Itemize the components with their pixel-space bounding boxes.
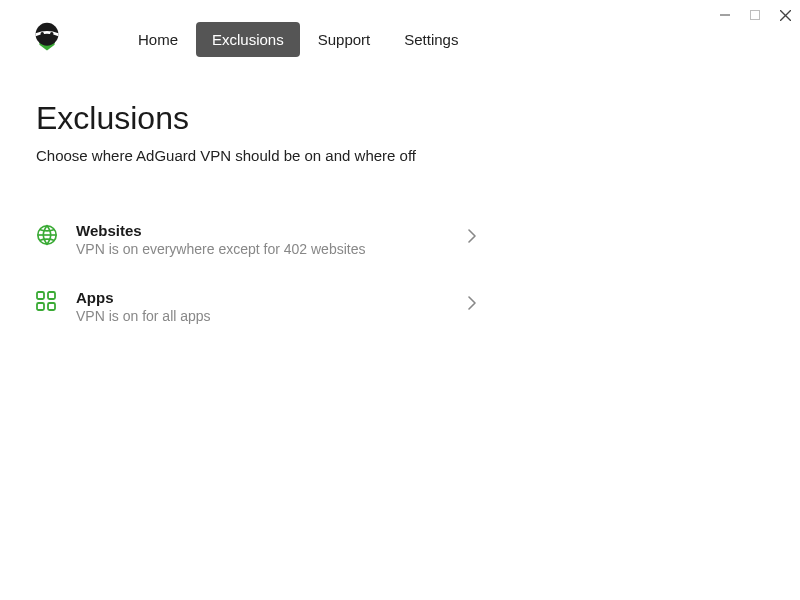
app-logo xyxy=(28,20,66,58)
option-websites[interactable]: Websites VPN is on everywhere except for… xyxy=(36,212,476,279)
nav-settings[interactable]: Settings xyxy=(388,22,474,57)
chevron-right-icon xyxy=(468,229,476,247)
page-subtitle: Choose where AdGuard VPN should be on an… xyxy=(36,147,764,164)
page-title: Exclusions xyxy=(36,100,764,137)
svg-rect-1 xyxy=(751,11,760,20)
nav-support[interactable]: Support xyxy=(302,22,387,57)
main-content: Exclusions Choose where AdGuard VPN shou… xyxy=(0,58,800,346)
option-websites-desc: VPN is on everywhere except for 402 webs… xyxy=(76,241,468,257)
minimize-button[interactable] xyxy=(710,0,740,30)
maximize-button[interactable] xyxy=(740,0,770,30)
maximize-icon xyxy=(750,10,760,20)
window-controls xyxy=(710,0,800,30)
option-websites-text: Websites VPN is on everywhere except for… xyxy=(76,222,468,257)
svg-rect-11 xyxy=(37,303,44,310)
option-apps-text: Apps VPN is on for all apps xyxy=(76,289,468,324)
option-websites-title: Websites xyxy=(76,222,468,239)
main-nav: Home Exclusions Support Settings xyxy=(122,22,474,57)
minimize-icon xyxy=(720,10,730,20)
svg-point-6 xyxy=(50,32,53,35)
svg-rect-12 xyxy=(48,303,55,310)
close-icon xyxy=(780,10,791,21)
svg-rect-10 xyxy=(48,292,55,299)
option-apps-title: Apps xyxy=(76,289,468,306)
topbar: Home Exclusions Support Settings xyxy=(0,0,800,58)
svg-point-5 xyxy=(41,32,44,35)
option-apps-desc: VPN is on for all apps xyxy=(76,308,468,324)
option-apps[interactable]: Apps VPN is on for all apps xyxy=(36,279,476,346)
globe-icon xyxy=(36,224,58,246)
chevron-right-icon xyxy=(468,296,476,314)
svg-rect-9 xyxy=(37,292,44,299)
apps-grid-icon xyxy=(36,291,58,313)
nav-exclusions[interactable]: Exclusions xyxy=(196,22,300,57)
close-button[interactable] xyxy=(770,0,800,30)
ninja-logo-icon xyxy=(28,20,66,58)
nav-home[interactable]: Home xyxy=(122,22,194,57)
